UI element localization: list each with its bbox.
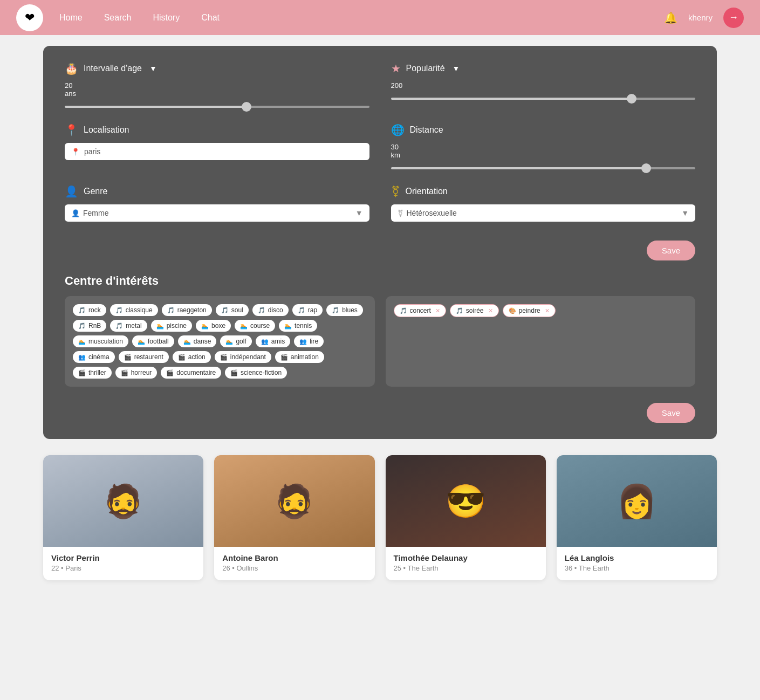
selected-interest-tag-soirée[interactable]: 🎵soirée✕ bbox=[450, 304, 499, 317]
interest-icon: 🎵 bbox=[221, 307, 229, 314]
interest-tag-science-fiction[interactable]: 🎬science-fiction bbox=[225, 367, 287, 379]
interest-tag-boxe[interactable]: 🏊boxe bbox=[196, 320, 231, 332]
interest-tag-metal[interactable]: 🎵metal bbox=[110, 320, 147, 332]
profile-card[interactable]: 🧔 Victor Perrin 22 • Paris bbox=[43, 455, 203, 580]
save-button-bottom[interactable]: Save bbox=[647, 403, 695, 423]
interest-label: course bbox=[250, 322, 270, 330]
interest-icon: 🏊 bbox=[240, 322, 248, 330]
interest-tag-raeggeton[interactable]: 🎵raeggeton bbox=[162, 304, 212, 316]
main-nav: Home Search History Chat bbox=[59, 13, 220, 23]
username-label: khenry bbox=[688, 13, 713, 22]
interest-tag-blues[interactable]: 🎵blues bbox=[326, 304, 363, 316]
nav-chat[interactable]: Chat bbox=[201, 13, 220, 23]
interest-selected-label: soirée bbox=[466, 307, 484, 314]
distance-slider[interactable] bbox=[391, 167, 696, 169]
popularity-arrow-icon: ▼ bbox=[453, 64, 460, 73]
interest-label: soul bbox=[231, 306, 243, 314]
globe-icon: 🌐 bbox=[391, 123, 405, 136]
interest-label: musculation bbox=[88, 338, 123, 345]
interest-tag-rap[interactable]: 🎵rap bbox=[292, 304, 323, 316]
profile-name: Antoine Baron bbox=[222, 553, 366, 562]
filter-row-age-popularity: 🎂 Intervalle d'age ▼ 20 ans ★ Popularité… bbox=[65, 62, 695, 110]
interest-tag-RnB[interactable]: 🎵RnB bbox=[73, 320, 106, 332]
profile-info: Victor Perrin 22 • Paris bbox=[43, 547, 203, 580]
location-input-wrapper: 📍 bbox=[65, 143, 369, 160]
profile-info: Léa Langlois 36 • The Earth bbox=[557, 547, 717, 580]
genre-select[interactable]: 👤 Femme ▼ bbox=[65, 204, 369, 222]
logo[interactable]: ❤ bbox=[16, 4, 43, 31]
orientation-chevron-icon: ▼ bbox=[681, 209, 689, 217]
interest-tag-indépendant[interactable]: 🎬indépendant bbox=[215, 351, 271, 363]
interest-tag-musculation[interactable]: 🏊musculation bbox=[73, 335, 128, 347]
save-btn-row-2: Save bbox=[65, 397, 695, 423]
profile-card[interactable]: 😎 Timothée Delaunay 25 • The Earth bbox=[386, 455, 546, 580]
interest-label: rap bbox=[308, 306, 317, 314]
nav-home[interactable]: Home bbox=[59, 13, 83, 23]
person-icon: 👤 bbox=[65, 185, 78, 198]
save-button-top[interactable]: Save bbox=[647, 241, 695, 260]
filter-popularity-col: ★ Popularité ▼ 200 bbox=[391, 62, 696, 110]
interest-icon: 👥 bbox=[299, 338, 307, 345]
popularity-slider[interactable] bbox=[391, 98, 696, 100]
interest-label: cinéma bbox=[88, 353, 109, 361]
distance-value-display: 30 km bbox=[391, 143, 696, 159]
interest-label: lire bbox=[310, 338, 318, 345]
nav-search[interactable]: Search bbox=[104, 13, 132, 23]
filter-age-col: 🎂 Intervalle d'age ▼ 20 ans bbox=[65, 62, 369, 110]
interest-label: documentaire bbox=[176, 369, 216, 376]
interest-tag-rock[interactable]: 🎵rock bbox=[73, 304, 106, 316]
age-value-display: 20 ans bbox=[65, 81, 369, 98]
interest-icon: 🏊 bbox=[284, 322, 292, 330]
profile-card[interactable]: 🧔 Antoine Baron 26 • Oullins bbox=[214, 455, 374, 580]
interest-tag-tennis[interactable]: 🏊tennis bbox=[279, 320, 317, 332]
interest-label: science-fiction bbox=[241, 369, 282, 376]
interest-tag-disco[interactable]: 🎵disco bbox=[252, 304, 289, 316]
interest-selected-label: peindre bbox=[519, 307, 540, 314]
age-arrow-icon: ▼ bbox=[149, 64, 157, 73]
interest-tag-lire[interactable]: 👥lire bbox=[294, 335, 324, 347]
interest-icon: 🏊 bbox=[156, 322, 164, 330]
interest-tag-horreur[interactable]: 🎬horreur bbox=[115, 367, 158, 379]
interest-tag-golf[interactable]: 🏊golf bbox=[220, 335, 251, 347]
interest-tag-documentaire[interactable]: 🎬documentaire bbox=[161, 367, 221, 379]
profile-meta: 26 • Oullins bbox=[222, 564, 366, 572]
location-input[interactable] bbox=[84, 147, 363, 156]
remove-interest-icon[interactable]: ✕ bbox=[545, 307, 550, 314]
notification-bell-icon[interactable]: 🔔 bbox=[664, 11, 677, 24]
interest-tag-animation[interactable]: 🎬animation bbox=[275, 351, 324, 363]
logo-icon: ❤ bbox=[25, 11, 35, 25]
interest-icon: 🎵 bbox=[298, 307, 305, 314]
interest-icon: 🎬 bbox=[230, 369, 238, 376]
logout-button[interactable]: → bbox=[723, 8, 744, 28]
profile-name: Léa Langlois bbox=[565, 553, 709, 562]
profile-avatar-icon: 🧔 bbox=[103, 482, 143, 520]
interest-tag-classique[interactable]: 🎵classique bbox=[110, 304, 158, 316]
profile-card[interactable]: 👩 Léa Langlois 36 • The Earth bbox=[557, 455, 717, 580]
interest-tag-thriller[interactable]: 🎬thriller bbox=[73, 367, 112, 379]
orientation-select-icon: ⚧ bbox=[398, 209, 403, 217]
interest-tag-cinéma[interactable]: 👥cinéma bbox=[73, 351, 115, 363]
nav-history[interactable]: History bbox=[153, 13, 180, 23]
interest-tag-football[interactable]: 🏊football bbox=[132, 335, 174, 347]
orientation-select[interactable]: ⚧ Hétérosexuelle ▼ bbox=[391, 204, 696, 222]
interest-tag-amis[interactable]: 👥amis bbox=[256, 335, 290, 347]
interest-tag-action[interactable]: 🎬action bbox=[173, 351, 211, 363]
orientation-label: ⚧ Orientation bbox=[391, 185, 696, 198]
interest-tag-restaurent[interactable]: 🎬restaurent bbox=[119, 351, 169, 363]
interest-tag-soul[interactable]: 🎵soul bbox=[216, 304, 249, 316]
age-slider[interactable] bbox=[65, 106, 369, 108]
interest-tag-course[interactable]: 🏊course bbox=[235, 320, 275, 332]
interest-label: tennis bbox=[295, 322, 312, 330]
location-label: 📍 Localisation bbox=[65, 123, 369, 136]
interest-tag-piscine[interactable]: 🏊piscine bbox=[151, 320, 192, 332]
remove-interest-icon[interactable]: ✕ bbox=[435, 307, 440, 314]
interest-icon: 👥 bbox=[261, 338, 269, 345]
filter-row-location-distance: 📍 Localisation 📍 🌐 Distance 30 km bbox=[65, 123, 695, 171]
interest-icon: 🎵 bbox=[78, 307, 86, 314]
remove-interest-icon[interactable]: ✕ bbox=[488, 307, 493, 314]
selected-interest-tag-concert[interactable]: 🎵concert✕ bbox=[394, 304, 446, 317]
interest-icon: 🎬 bbox=[121, 369, 128, 376]
interest-tag-danse[interactable]: 🏊danse bbox=[178, 335, 217, 347]
interest-icon: 🏊 bbox=[138, 338, 145, 345]
selected-interest-tag-peindre[interactable]: 🎨peindre✕ bbox=[503, 304, 556, 317]
